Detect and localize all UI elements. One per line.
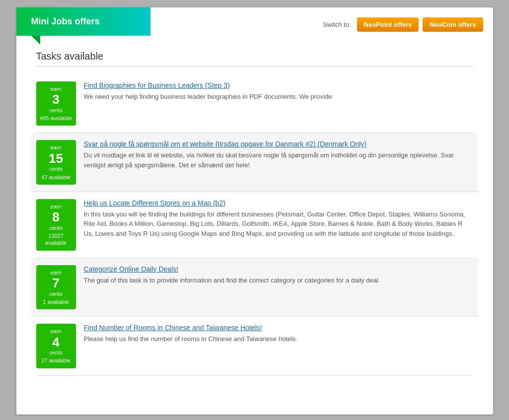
switch-label: Switch to: [323,21,351,28]
earn-unit: cents [39,107,73,114]
header-title: Mini Jobs offers [31,16,100,26]
main-card: Mini Jobs offers Switch to: NeoPoint off… [16,7,493,415]
task-content: Help us Locate Different Stores on a Map… [84,199,473,239]
earn-amount: 8 [39,210,73,224]
task-list: earn 3 cents 495 available Find Biograph… [36,74,473,376]
neopoint-offers-button[interactable]: NeoPoint offers [357,17,419,32]
earn-badge: earn 8 cents 13027 available [36,199,76,251]
task-row: earn 15 cents 47 available Svar på nogle… [31,133,478,192]
earn-badge: earn 15 cents 47 available [36,140,76,184]
task-content: Svar på nogle få spørgsmål om et website… [84,140,473,170]
earn-amount: 4 [39,335,73,350]
earn-available: 495 available [39,115,73,122]
earn-unit: cents [39,224,73,231]
earn-available: 1 available [39,298,73,305]
earn-unit: cents [39,349,73,356]
earn-label: earn [39,85,73,92]
task-content: Find Biographies for Business Leaders (S… [84,81,473,102]
earn-badge: earn 3 cents 495 available [36,81,76,126]
earn-unit: cents [39,165,73,172]
earn-label: earn [39,269,73,276]
task-row: earn 3 cents 495 available Find Biograph… [36,74,473,133]
task-title-link[interactable]: Find Number of Rooms in Chinese and Taiw… [84,324,473,332]
task-title-link[interactable]: Find Biographies for Business Leaders (S… [84,81,473,89]
earn-unit: cents [39,290,73,297]
earn-available: 47 available [39,174,73,181]
earn-label: earn [39,203,73,210]
header-tab: Mini Jobs offers [16,7,150,36]
task-description: In this task you will be finding the bui… [84,210,465,237]
earn-badge: earn 7 cents 1 available [36,265,76,309]
earn-amount: 7 [39,276,73,290]
header-banner: Mini Jobs offers Switch to: NeoPoint off… [16,7,493,36]
task-description: Du vil modtage et link til et website, v… [84,151,454,169]
earn-label: earn [39,144,73,151]
neocoin-offers-button[interactable]: NeoCoin offers [423,17,483,32]
task-row: earn 8 cents 13027 available Help us Loc… [36,192,473,258]
task-content: Categorize Online Daily Deals!The goal o… [84,265,473,285]
task-description: Please help us find the number of rooms … [84,335,297,343]
task-title-link[interactable]: Categorize Online Daily Deals! [84,265,473,273]
earn-amount: 15 [39,151,73,166]
switch-area: Switch to: NeoPoint offers NeoCoin offer… [323,17,483,32]
earn-amount: 3 [39,92,73,107]
task-content: Find Number of Rooms in Chinese and Taiw… [84,324,473,344]
task-description: We need your help finding business leade… [84,93,334,100]
task-row: earn 4 cents 27 available Find Number of… [36,317,473,375]
task-title-link[interactable]: Help us Locate Different Stores on a Map… [84,199,473,207]
earn-available: 13027 available [39,232,73,247]
tasks-section: Tasks available earn 3 cents 495 availab… [16,36,493,386]
earn-badge: earn 4 cents 27 available [36,324,76,368]
task-description: The goal of this task is to provide info… [84,277,380,284]
page-wrapper: Mini Jobs offers Switch to: NeoPoint off… [0,0,509,420]
task-title-link[interactable]: Svar på nogle få spørgsmål om et website… [84,140,473,148]
earn-available: 27 available [39,357,73,364]
task-row: earn 7 cents 1 available Categorize Onli… [31,258,478,317]
earn-label: earn [39,328,73,335]
tasks-heading: Tasks available [36,51,473,67]
